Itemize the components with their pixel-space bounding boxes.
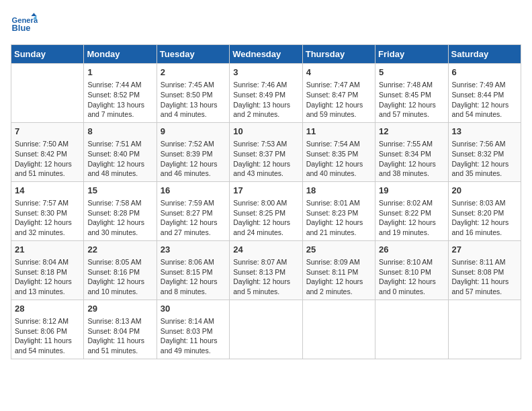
day-number: 16 (161, 185, 226, 197)
calendar-cell: 27Sunrise: 8:11 AM Sunset: 8:08 PM Dayli… (448, 240, 521, 300)
cell-inner: 19Sunrise: 8:02 AM Sunset: 8:22 PM Dayli… (379, 185, 444, 238)
day-number: 19 (379, 185, 444, 197)
day-number: 2 (161, 66, 226, 79)
day-number: 23 (161, 244, 226, 256)
calendar-cell: 18Sunrise: 8:01 AM Sunset: 8:23 PM Dayli… (302, 181, 375, 240)
cell-info: Sunrise: 7:44 AM Sunset: 8:52 PM Dayligh… (87, 80, 152, 120)
calendar-cell: 3Sunrise: 7:46 AM Sunset: 8:49 PM Daylig… (230, 64, 302, 123)
day-number: 13 (452, 126, 517, 138)
weekday-header-friday: Friday (375, 45, 448, 64)
calendar-cell: 26Sunrise: 8:10 AM Sunset: 8:10 PM Dayli… (375, 240, 448, 300)
cell-inner: 23Sunrise: 8:06 AM Sunset: 8:15 PM Dayli… (161, 244, 226, 297)
cell-info: Sunrise: 7:57 AM Sunset: 8:30 PM Dayligh… (15, 198, 80, 238)
cell-inner: 25Sunrise: 8:09 AM Sunset: 8:11 PM Dayli… (306, 244, 371, 297)
cell-inner: 29Sunrise: 8:13 AM Sunset: 8:04 PM Dayli… (87, 303, 152, 356)
cell-info: Sunrise: 8:09 AM Sunset: 8:11 PM Dayligh… (306, 257, 371, 297)
day-number: 12 (379, 126, 444, 138)
cell-inner: 3Sunrise: 7:46 AM Sunset: 8:49 PM Daylig… (233, 66, 298, 120)
cell-info: Sunrise: 7:51 AM Sunset: 8:40 PM Dayligh… (87, 139, 152, 179)
calendar-cell: 4Sunrise: 7:47 AM Sunset: 8:47 PM Daylig… (302, 64, 375, 123)
calendar-cell: 7Sunrise: 7:50 AM Sunset: 8:42 PM Daylig… (11, 122, 84, 181)
cell-inner: 18Sunrise: 8:01 AM Sunset: 8:23 PM Dayli… (306, 185, 371, 238)
cell-inner: 17Sunrise: 8:00 AM Sunset: 8:25 PM Dayli… (233, 185, 298, 238)
calendar-week-2: 7Sunrise: 7:50 AM Sunset: 8:42 PM Daylig… (11, 122, 521, 181)
cell-info: Sunrise: 7:48 AM Sunset: 8:45 PM Dayligh… (379, 80, 444, 120)
page-header: General Blue (11, 11, 521, 38)
cell-inner: 11Sunrise: 7:54 AM Sunset: 8:35 PM Dayli… (306, 126, 371, 179)
cell-info: Sunrise: 7:50 AM Sunset: 8:42 PM Dayligh… (15, 139, 80, 179)
day-number: 6 (452, 66, 517, 79)
cell-info: Sunrise: 8:11 AM Sunset: 8:08 PM Dayligh… (452, 257, 517, 297)
calendar-cell: 6Sunrise: 7:49 AM Sunset: 8:44 PM Daylig… (448, 64, 521, 123)
cell-inner: 6Sunrise: 7:49 AM Sunset: 8:44 PM Daylig… (452, 66, 517, 120)
calendar-cell: 5Sunrise: 7:48 AM Sunset: 8:45 PM Daylig… (375, 64, 448, 123)
day-number: 1 (87, 66, 152, 79)
calendar-cell: 20Sunrise: 8:03 AM Sunset: 8:20 PM Dayli… (448, 181, 521, 240)
cell-info: Sunrise: 7:46 AM Sunset: 8:49 PM Dayligh… (233, 80, 298, 120)
day-number: 15 (87, 185, 152, 197)
cell-info: Sunrise: 7:45 AM Sunset: 8:50 PM Dayligh… (161, 80, 226, 120)
day-number: 5 (379, 66, 444, 79)
svg-marker-2 (31, 13, 36, 16)
calendar-cell (448, 300, 521, 359)
calendar-cell: 2Sunrise: 7:45 AM Sunset: 8:50 PM Daylig… (157, 64, 229, 123)
calendar-cell (375, 300, 448, 359)
cell-inner: 15Sunrise: 7:58 AM Sunset: 8:28 PM Dayli… (87, 185, 152, 238)
calendar-cell: 25Sunrise: 8:09 AM Sunset: 8:11 PM Dayli… (302, 240, 375, 300)
cell-inner: 30Sunrise: 8:14 AM Sunset: 8:03 PM Dayli… (161, 303, 226, 356)
cell-info: Sunrise: 8:04 AM Sunset: 8:18 PM Dayligh… (15, 257, 80, 297)
calendar-week-4: 21Sunrise: 8:04 AM Sunset: 8:18 PM Dayli… (11, 240, 521, 300)
calendar-cell: 1Sunrise: 7:44 AM Sunset: 8:52 PM Daylig… (84, 64, 157, 123)
cell-info: Sunrise: 8:02 AM Sunset: 8:22 PM Dayligh… (379, 198, 444, 238)
calendar-cell: 12Sunrise: 7:55 AM Sunset: 8:34 PM Dayli… (375, 122, 448, 181)
cell-info: Sunrise: 8:10 AM Sunset: 8:10 PM Dayligh… (379, 257, 444, 297)
day-number: 28 (15, 303, 80, 315)
cell-info: Sunrise: 7:52 AM Sunset: 8:39 PM Dayligh… (161, 139, 226, 179)
calendar-cell: 29Sunrise: 8:13 AM Sunset: 8:04 PM Dayli… (84, 300, 157, 359)
day-number: 17 (233, 185, 298, 197)
cell-inner: 10Sunrise: 7:53 AM Sunset: 8:37 PM Dayli… (233, 126, 298, 179)
day-number: 10 (233, 126, 298, 138)
calendar-week-1: 1Sunrise: 7:44 AM Sunset: 8:52 PM Daylig… (11, 64, 521, 123)
day-number: 11 (306, 126, 371, 138)
cell-info: Sunrise: 8:00 AM Sunset: 8:25 PM Dayligh… (233, 198, 298, 238)
day-number: 9 (161, 126, 226, 138)
cell-inner: 26Sunrise: 8:10 AM Sunset: 8:10 PM Dayli… (379, 244, 444, 297)
cell-info: Sunrise: 7:55 AM Sunset: 8:34 PM Dayligh… (379, 139, 444, 179)
weekday-header-tuesday: Tuesday (157, 45, 229, 64)
weekday-header-monday: Monday (84, 45, 157, 64)
cell-info: Sunrise: 7:58 AM Sunset: 8:28 PM Dayligh… (87, 198, 152, 238)
cell-info: Sunrise: 8:01 AM Sunset: 8:23 PM Dayligh… (306, 198, 371, 238)
cell-inner: 22Sunrise: 8:05 AM Sunset: 8:16 PM Dayli… (87, 244, 152, 297)
cell-info: Sunrise: 7:59 AM Sunset: 8:27 PM Dayligh… (161, 198, 226, 238)
calendar-cell: 8Sunrise: 7:51 AM Sunset: 8:40 PM Daylig… (84, 122, 157, 181)
cell-info: Sunrise: 8:05 AM Sunset: 8:16 PM Dayligh… (87, 257, 152, 297)
day-number: 25 (306, 244, 371, 256)
day-number: 20 (452, 185, 517, 197)
day-number: 30 (161, 303, 226, 315)
cell-info: Sunrise: 8:06 AM Sunset: 8:15 PM Dayligh… (161, 257, 226, 297)
cell-inner: 21Sunrise: 8:04 AM Sunset: 8:18 PM Dayli… (15, 244, 80, 297)
calendar-cell: 21Sunrise: 8:04 AM Sunset: 8:18 PM Dayli… (11, 240, 84, 300)
calendar-cell: 16Sunrise: 7:59 AM Sunset: 8:27 PM Dayli… (157, 181, 229, 240)
weekday-header-sunday: Sunday (11, 45, 84, 64)
cell-info: Sunrise: 7:56 AM Sunset: 8:32 PM Dayligh… (452, 139, 517, 179)
calendar-cell: 14Sunrise: 7:57 AM Sunset: 8:30 PM Dayli… (11, 181, 84, 240)
calendar-cell: 11Sunrise: 7:54 AM Sunset: 8:35 PM Dayli… (302, 122, 375, 181)
day-number: 24 (233, 244, 298, 256)
day-number: 3 (233, 66, 298, 79)
calendar-table: SundayMondayTuesdayWednesdayThursdayFrid… (11, 44, 521, 359)
calendar-cell (11, 64, 84, 123)
day-number: 21 (15, 244, 80, 256)
calendar-cell: 30Sunrise: 8:14 AM Sunset: 8:03 PM Dayli… (157, 300, 229, 359)
cell-inner: 27Sunrise: 8:11 AM Sunset: 8:08 PM Dayli… (452, 244, 517, 297)
calendar-cell: 19Sunrise: 8:02 AM Sunset: 8:22 PM Dayli… (375, 181, 448, 240)
calendar-cell (302, 300, 375, 359)
cell-inner: 1Sunrise: 7:44 AM Sunset: 8:52 PM Daylig… (87, 66, 152, 120)
calendar-cell: 28Sunrise: 8:12 AM Sunset: 8:06 PM Dayli… (11, 300, 84, 359)
cell-inner: 4Sunrise: 7:47 AM Sunset: 8:47 PM Daylig… (306, 66, 371, 120)
logo: General Blue (11, 11, 40, 38)
cell-info: Sunrise: 8:14 AM Sunset: 8:03 PM Dayligh… (161, 316, 226, 356)
calendar-cell: 15Sunrise: 7:58 AM Sunset: 8:28 PM Dayli… (84, 181, 157, 240)
calendar-week-3: 14Sunrise: 7:57 AM Sunset: 8:30 PM Dayli… (11, 181, 521, 240)
